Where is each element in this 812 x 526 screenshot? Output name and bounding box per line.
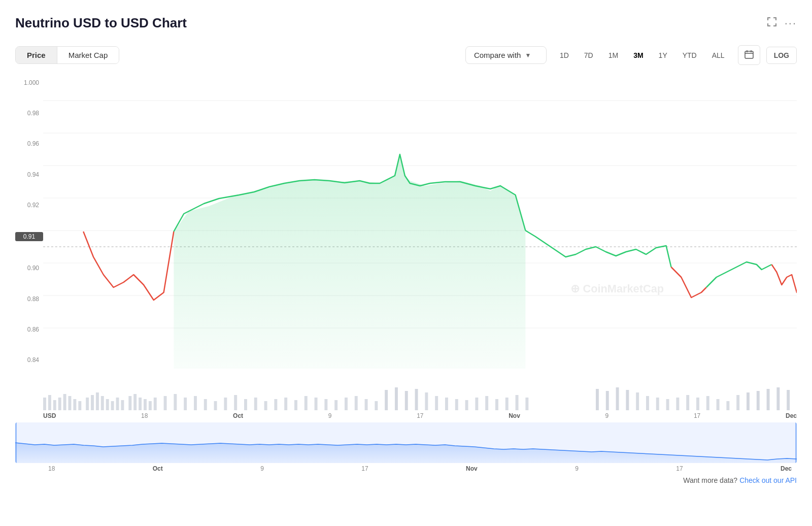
minimap-label-9: 9 <box>260 465 264 472</box>
timeframe-1d[interactable]: 1D <box>553 47 576 63</box>
svg-rect-88 <box>776 387 780 410</box>
svg-rect-41 <box>244 399 247 410</box>
svg-rect-54 <box>375 401 378 410</box>
svg-rect-64 <box>475 398 478 410</box>
svg-rect-15 <box>63 394 66 410</box>
x-axis: USD 18 Oct 9 17 Nov 9 17 Dec <box>15 410 797 421</box>
current-price-label: 0.91 <box>15 232 43 241</box>
svg-rect-62 <box>455 399 458 410</box>
svg-rect-85 <box>747 392 750 410</box>
svg-rect-75 <box>646 396 649 410</box>
x-label-oct: Oct <box>233 412 243 419</box>
svg-rect-48 <box>315 398 318 410</box>
svg-rect-77 <box>666 399 669 410</box>
svg-rect-87 <box>767 389 770 410</box>
svg-rect-29 <box>139 398 142 410</box>
svg-rect-67 <box>505 398 509 410</box>
svg-rect-44 <box>274 399 277 410</box>
svg-rect-78 <box>676 398 679 410</box>
timeframe-3m[interactable]: 3M <box>626 47 650 63</box>
svg-rect-0 <box>745 51 753 58</box>
minimap-label-9-nov: 9 <box>575 465 579 472</box>
svg-rect-12 <box>48 395 51 410</box>
compare-label: Compare with <box>474 51 521 59</box>
svg-rect-73 <box>626 390 629 410</box>
header-row: Neutrino USD to USD Chart ··· <box>15 15 797 31</box>
svg-rect-84 <box>736 395 739 410</box>
price-chart-svg: ⊕ CoinMarketCap <box>43 74 797 369</box>
svg-rect-74 <box>636 392 639 410</box>
svg-rect-52 <box>355 396 358 410</box>
svg-rect-66 <box>495 399 498 410</box>
minimap-label-dec: Dec <box>781 465 792 472</box>
x-label-17-oct: 17 <box>417 412 423 419</box>
svg-rect-90 <box>15 422 17 463</box>
svg-rect-57 <box>405 391 408 410</box>
svg-rect-46 <box>294 400 297 410</box>
svg-rect-11 <box>43 398 46 410</box>
minimap[interactable] <box>15 422 797 463</box>
y-label-094: 0.94 <box>15 171 43 178</box>
timeframe-all[interactable]: ALL <box>705 47 732 63</box>
y-axis: 1.000 0.98 0.96 0.94 0.92 0.91 0.90 0.88… <box>15 74 43 369</box>
x-label-18: 18 <box>141 412 148 419</box>
svg-rect-14 <box>58 398 61 410</box>
svg-rect-36 <box>194 396 197 410</box>
fullscreen-button[interactable] <box>766 16 777 30</box>
y-label-1000: 1.000 <box>15 79 43 86</box>
svg-rect-31 <box>149 401 152 410</box>
svg-rect-68 <box>516 395 519 410</box>
svg-rect-25 <box>116 398 119 410</box>
compare-dropdown[interactable]: Compare with ▼ <box>465 46 547 64</box>
header-icons: ··· <box>766 16 797 30</box>
minimap-xaxis: 18 Oct 9 17 Nov 9 17 Dec <box>15 463 797 472</box>
y-label-096: 0.96 <box>15 140 43 147</box>
y-label-084: 0.84 <box>15 356 43 364</box>
svg-rect-89 <box>787 390 790 410</box>
minimap-label-oct: Oct <box>153 465 163 472</box>
svg-rect-40 <box>234 395 237 410</box>
y-label-088: 0.88 <box>15 295 43 303</box>
svg-rect-58 <box>415 389 418 410</box>
svg-rect-32 <box>154 398 157 410</box>
timeframe-1m[interactable]: 1M <box>601 47 625 63</box>
svg-rect-35 <box>184 398 187 410</box>
svg-rect-80 <box>696 398 699 410</box>
svg-rect-24 <box>111 401 114 410</box>
more-options-button[interactable]: ··· <box>785 17 797 30</box>
tab-market-cap[interactable]: Market Cap <box>57 47 119 63</box>
svg-rect-53 <box>365 399 368 410</box>
x-label-9-oct: 9 <box>328 412 332 419</box>
svg-rect-33 <box>164 396 167 410</box>
api-link[interactable]: Check out our API <box>739 476 797 484</box>
timeframe-1y[interactable]: 1Y <box>652 47 674 63</box>
svg-rect-45 <box>284 398 287 410</box>
minimap-svg <box>15 422 797 463</box>
svg-rect-61 <box>445 398 448 410</box>
timeframe-ytd[interactable]: YTD <box>675 47 704 63</box>
minimap-label-18: 18 <box>48 465 55 472</box>
volume-chart-svg <box>43 370 797 410</box>
svg-rect-65 <box>485 396 488 410</box>
svg-rect-23 <box>106 399 109 410</box>
svg-rect-22 <box>101 396 104 410</box>
svg-rect-70 <box>596 389 599 410</box>
svg-rect-50 <box>334 400 337 410</box>
minimap-label-nov: Nov <box>466 465 478 472</box>
svg-rect-20 <box>91 395 94 410</box>
svg-rect-71 <box>606 391 609 410</box>
volume-area <box>15 370 797 410</box>
main-chart-area: 1.000 0.98 0.96 0.94 0.92 0.91 0.90 0.88… <box>15 74 797 369</box>
tab-price[interactable]: Price <box>16 47 57 63</box>
svg-text:⊕ CoinMarketCap: ⊕ CoinMarketCap <box>571 282 664 295</box>
calendar-button[interactable] <box>738 45 760 65</box>
log-button[interactable]: LOG <box>766 47 797 64</box>
timeframe-7d[interactable]: 7D <box>577 47 600 63</box>
svg-rect-49 <box>324 399 327 410</box>
y-label-098: 0.98 <box>15 110 43 117</box>
tab-group: Price Market Cap <box>15 46 119 64</box>
svg-rect-39 <box>224 398 227 410</box>
x-label-9-nov: 9 <box>605 412 609 419</box>
svg-rect-82 <box>717 399 720 410</box>
svg-rect-72 <box>616 387 619 410</box>
